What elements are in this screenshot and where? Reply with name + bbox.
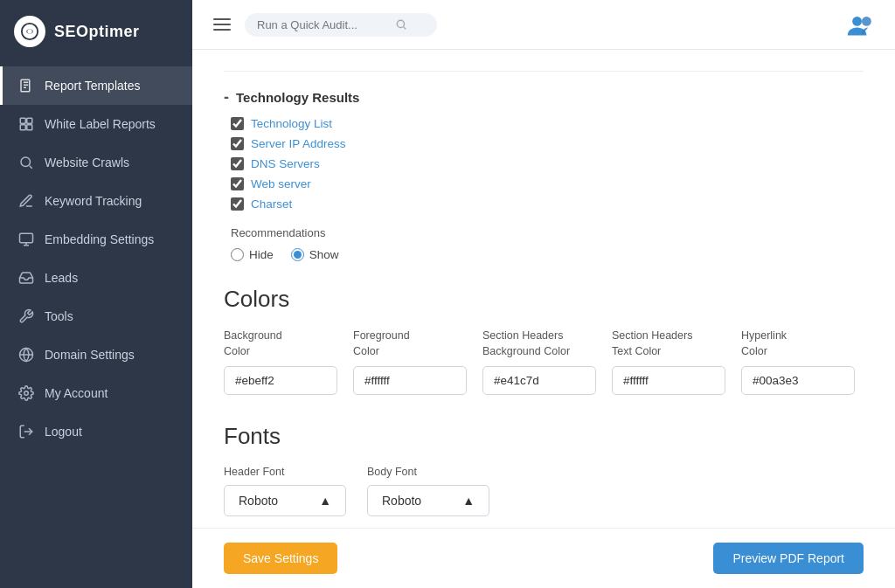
sidebar-label-my-account: My Account [45,386,108,400]
font-select-header-value: Roboto [239,494,278,508]
preview-pdf-button[interactable]: Preview PDF Report [713,543,864,574]
sidebar-label-domain-settings: Domain Settings [45,348,135,362]
color-input-hyperlink[interactable] [741,366,855,395]
svg-point-14 [852,17,862,26]
sidebar: SEOptimer Report Templates White Label R… [0,0,192,588]
checkbox-server-ip-input[interactable] [231,137,244,150]
user-avatar-icon[interactable] [846,9,878,40]
sidebar-item-domain-settings[interactable]: Domain Settings [0,336,192,374]
logo-icon [14,16,45,47]
font-select-body[interactable]: Roboto ▲ [367,485,489,516]
checkbox-dns-servers[interactable]: DNS Servers [231,157,864,170]
sidebar-label-leads: Leads [45,271,78,285]
checkbox-technology-list-label: Technology List [251,117,332,130]
footer-bar: Save Settings Preview PDF Report [192,528,895,588]
inbox-icon [18,270,34,286]
logo-text: SEOptimer [54,23,140,41]
font-field-body: Body Font Roboto ▲ [367,466,489,516]
color-label-background: BackgroundColor [224,329,337,359]
svg-rect-8 [20,233,33,243]
svg-point-13 [397,20,404,27]
checkbox-web-server-label: Web server [251,177,311,190]
collapse-dash[interactable]: - [224,89,229,105]
tag-icon [18,116,34,132]
sidebar-item-keyword-tracking[interactable]: Keyword Tracking [0,182,192,220]
radio-hide[interactable]: Hide [231,248,274,261]
checkbox-charset-input[interactable] [231,197,244,211]
font-select-header[interactable]: Roboto ▲ [224,485,346,516]
sidebar-label-keyword-tracking: Keyword Tracking [45,194,142,208]
settings-icon [18,385,34,401]
edit-icon [18,193,34,209]
monitor-icon [18,232,34,247]
globe-icon [18,347,34,363]
color-field-background: BackgroundColor [224,329,337,395]
sidebar-item-website-crawls[interactable]: Website Crawls [0,143,192,182]
sidebar-label-embedding-settings: Embedding Settings [45,232,154,246]
radio-show-label: Show [309,248,339,261]
content-area: - Technology Results Technology List Ser… [192,50,895,528]
technology-section-header: - Technology Results [224,89,864,105]
search-input[interactable] [257,18,388,31]
sidebar-item-leads[interactable]: Leads [0,259,192,297]
colors-section-title: Colors [224,286,864,313]
checkbox-list: Technology List Server IP Address DNS Se… [231,117,864,211]
sidebar-label-website-crawls: Website Crawls [45,156,129,169]
logout-icon [18,424,34,439]
sidebar-logo: SEOptimer [0,0,192,63]
color-fields-row: BackgroundColor ForegroundColor Section … [224,329,864,395]
technology-section-title: Technology Results [236,90,359,105]
radio-group-recommendations: Hide Show [231,248,864,261]
sidebar-item-report-templates[interactable]: Report Templates [0,66,192,105]
search-icon [395,18,407,31]
checkbox-web-server[interactable]: Web server [231,177,864,190]
color-field-hyperlink: HyperlinkColor [741,329,855,395]
hamburger-button[interactable] [210,15,234,34]
topbar [192,0,895,50]
svg-point-7 [21,157,31,167]
sidebar-item-white-label[interactable]: White Label Reports [0,105,192,143]
checkbox-server-ip[interactable]: Server IP Address [231,137,864,150]
color-input-section-headers-bg[interactable] [482,366,596,395]
color-input-background[interactable] [224,366,337,395]
svg-point-15 [862,17,871,26]
checkbox-technology-list[interactable]: Technology List [231,117,864,130]
color-field-section-headers-text: Section HeadersText Color [612,329,725,395]
color-label-hyperlink: HyperlinkColor [741,329,855,359]
checkbox-charset[interactable]: Charset [231,197,864,211]
sidebar-item-embedding-settings[interactable]: Embedding Settings [0,220,192,259]
checkbox-server-ip-label: Server IP Address [251,137,346,150]
main-area: - Technology Results Technology List Ser… [192,0,895,588]
color-field-foreground: ForegroundColor [353,329,467,395]
file-icon [18,78,34,93]
checkbox-technology-list-input[interactable] [231,117,244,130]
sidebar-item-tools[interactable]: Tools [0,297,192,336]
sidebar-label-white-label: White Label Reports [45,117,156,131]
sidebar-label-tools: Tools [45,309,73,323]
checkbox-web-server-input[interactable] [231,177,244,190]
fonts-row: Header Font Roboto ▲ Body Font Roboto ▲ [224,466,864,516]
checkbox-charset-label: Charset [251,197,292,211]
sidebar-item-my-account[interactable]: My Account [0,374,192,412]
radio-show-input[interactable] [291,248,304,261]
font-label-header: Header Font [224,466,346,478]
font-field-header: Header Font Roboto ▲ [224,466,346,516]
radio-show[interactable]: Show [291,248,339,261]
sidebar-label-logout: Logout [45,425,82,439]
checkbox-dns-servers-input[interactable] [231,157,244,170]
sidebar-label-report-templates: Report Templates [45,79,140,93]
svg-rect-4 [27,118,32,123]
sidebar-nav: Report Templates White Label Reports Web… [0,63,192,588]
fonts-section-title: Fonts [224,423,864,450]
color-input-section-headers-text[interactable] [612,366,725,395]
color-label-section-headers-bg: Section HeadersBackground Color [482,329,596,359]
font-select-body-arrow: ▲ [462,494,475,508]
sidebar-item-logout[interactable]: Logout [0,412,192,451]
save-settings-button[interactable]: Save Settings [224,543,337,574]
tool-icon [18,308,34,324]
color-label-section-headers-text: Section HeadersText Color [612,329,725,359]
color-input-foreground[interactable] [353,366,467,395]
radio-hide-input[interactable] [231,248,244,261]
recommendations-label: Recommendations [231,226,864,239]
font-select-body-value: Roboto [382,494,421,508]
